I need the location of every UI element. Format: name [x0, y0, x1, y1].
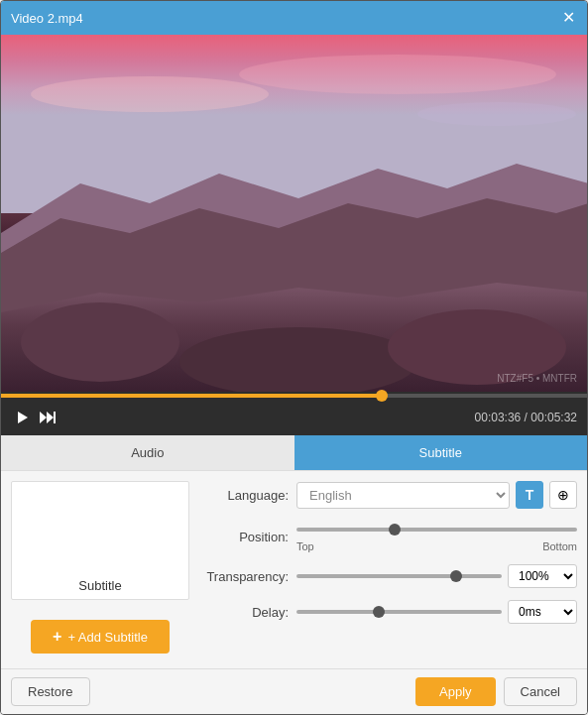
- subtitle-left-panel: Subtitle + + Add Subtitle: [11, 481, 189, 658]
- delay-row: Delay: 0ms: [199, 600, 577, 624]
- transparency-value[interactable]: 100%: [508, 564, 577, 588]
- position-row: Position: Top Bottom: [199, 521, 577, 552]
- controls-bar: 00:03:36 / 00:05:32: [1, 400, 587, 435]
- time-display: 00:03:36 / 00:05:32: [475, 411, 577, 424]
- subtitle-preview-text: Subtitle: [78, 578, 121, 593]
- add-subtitle-button[interactable]: + + Add Subtitle: [31, 620, 170, 654]
- transparency-track: [296, 574, 502, 578]
- content-area: Subtitle + + Add Subtitle Language: Engl…: [1, 471, 587, 668]
- delay-label: Delay:: [199, 605, 289, 620]
- progress-track: [1, 394, 587, 398]
- main-window: Video 2.mp4 ✕: [0, 0, 588, 715]
- skip-forward-button[interactable]: [35, 406, 60, 429]
- globe-icon: ⊕: [557, 487, 569, 503]
- svg-point-2: [239, 55, 556, 94]
- progress-fill: [1, 394, 382, 398]
- language-label: Language:: [199, 488, 289, 503]
- play-button[interactable]: [11, 406, 35, 429]
- language-controls: English T ⊕: [296, 481, 577, 509]
- position-label: Position:: [199, 530, 289, 544]
- subtitle-preview-box: Subtitle: [11, 481, 189, 600]
- svg-marker-12: [47, 412, 54, 423]
- svg-rect-13: [54, 412, 56, 423]
- restore-button[interactable]: Restore: [11, 677, 90, 706]
- progress-bar[interactable]: [1, 392, 587, 400]
- text-icon: T: [526, 487, 534, 503]
- delay-value[interactable]: 0ms: [508, 600, 577, 624]
- language-select[interactable]: English: [296, 482, 510, 509]
- current-time: 00:03:36: [475, 411, 522, 424]
- language-row: Language: English T ⊕: [199, 481, 577, 509]
- video-thumbnail: [1, 35, 587, 392]
- transparency-thumb[interactable]: [450, 570, 462, 582]
- position-right-label: Bottom: [542, 540, 577, 552]
- tab-subtitle[interactable]: Subtitle: [294, 435, 588, 470]
- svg-marker-10: [18, 412, 28, 423]
- text-style-button[interactable]: T: [516, 481, 543, 509]
- window-title: Video 2.mp4: [11, 11, 83, 26]
- svg-marker-11: [40, 412, 47, 423]
- position-slider-wrapper: [296, 521, 577, 538]
- title-bar: Video 2.mp4 ✕: [1, 1, 587, 35]
- tabs-bar: Audio Subtitle: [1, 435, 587, 471]
- transparency-label: Transparency:: [199, 569, 289, 584]
- video-player: NTZ#F5 • MNTFR: [1, 35, 587, 392]
- svg-point-1: [31, 76, 269, 112]
- position-left-label: Top: [296, 540, 314, 552]
- position-controls: Top Bottom: [296, 521, 577, 552]
- total-time: 00:05:32: [530, 411, 577, 424]
- progress-thumb[interactable]: [376, 390, 388, 402]
- delay-slider-wrapper: [296, 603, 502, 621]
- action-buttons: Apply Cancel: [415, 677, 577, 706]
- plus-icon: +: [53, 628, 61, 646]
- position-slider-container: Top Bottom: [296, 521, 577, 552]
- apply-button[interactable]: Apply: [415, 677, 496, 706]
- delay-thumb[interactable]: [373, 606, 385, 618]
- position-track: [296, 528, 577, 532]
- tab-audio[interactable]: Audio: [1, 435, 294, 470]
- add-subtitle-label: + Add Subtitle: [67, 630, 148, 645]
- transparency-row: Transparency: 100%: [199, 564, 577, 588]
- bottom-bar: Restore Apply Cancel: [1, 668, 587, 714]
- position-thumb[interactable]: [389, 524, 401, 536]
- globe-button[interactable]: ⊕: [549, 481, 577, 509]
- delay-controls: 0ms: [296, 600, 577, 624]
- position-slider-labels: Top Bottom: [296, 540, 577, 552]
- svg-point-7: [21, 302, 179, 382]
- delay-track: [296, 610, 502, 614]
- svg-point-3: [417, 102, 576, 126]
- transparency-slider-wrapper: [296, 567, 502, 585]
- cancel-button[interactable]: Cancel: [504, 677, 577, 706]
- video-watermark: NTZ#F5 • MNTFR: [497, 373, 577, 384]
- settings-panel: Language: English T ⊕ Position:: [199, 481, 577, 658]
- close-button[interactable]: ✕: [559, 9, 577, 27]
- transparency-controls: 100%: [296, 564, 577, 588]
